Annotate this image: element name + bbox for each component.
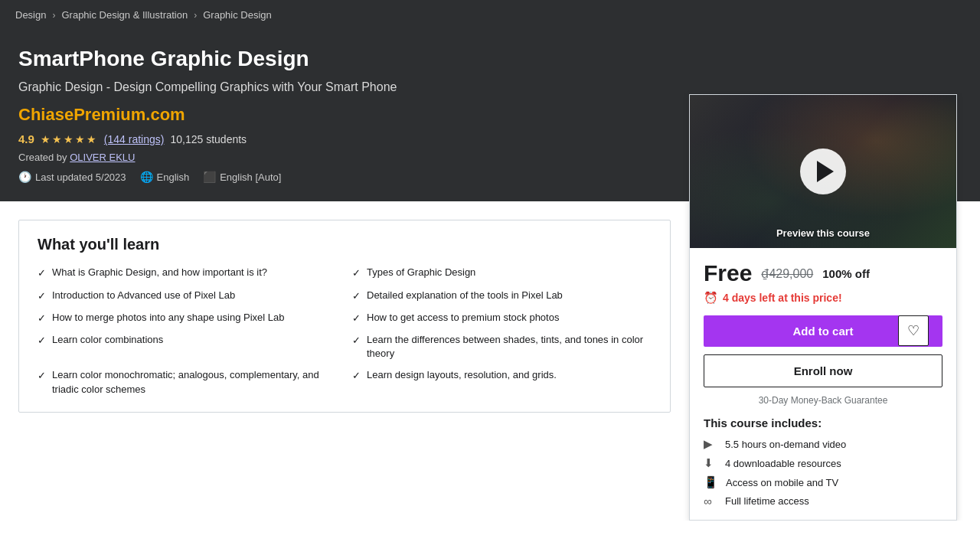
learn-item: ✓Learn color combinations xyxy=(38,333,337,361)
hero-left: SmartPhone Graphic Design Graphic Design… xyxy=(0,30,689,201)
includes-title: This course includes: xyxy=(704,416,942,429)
includes-item: ⬇4 downloadable resources xyxy=(704,456,942,470)
learn-item-text: What is Graphic Design, and how importan… xyxy=(52,266,267,279)
alarm-icon: ⏰ xyxy=(704,291,718,305)
includes-icon-3: ∞ xyxy=(704,495,717,508)
breadcrumb-illustration[interactable]: Graphic Design & Illustration xyxy=(61,9,188,21)
includes-item: ∞Full lifetime access xyxy=(704,495,942,508)
includes-item: 📱Access on mobile and TV xyxy=(704,475,942,489)
includes-icon-0: ▶ xyxy=(704,437,717,451)
check-icon: ✓ xyxy=(352,312,361,325)
includes-text-0: 5.5 hours on-demand video xyxy=(725,439,846,450)
rating-row: 4.9 ★★★★★ (144 ratings) 10,125 students xyxy=(18,132,671,145)
learn-item-text: Detailed explanation of the tools in Pix… xyxy=(367,289,563,302)
price-discount: 100% off xyxy=(822,267,870,280)
check-icon: ✓ xyxy=(352,369,361,383)
check-icon: ✓ xyxy=(38,289,46,303)
language-text: English xyxy=(157,171,190,183)
learn-item-text: How to get access to premium stock photo… xyxy=(367,311,559,325)
wishlist-button[interactable]: ♡ xyxy=(898,315,929,346)
preview-label: Preview this course xyxy=(776,227,870,239)
captions-item: ⬛ English [Auto] xyxy=(203,171,281,183)
learn-item: ✓What is Graphic Design, and how importa… xyxy=(38,266,337,280)
creator-label: Created by xyxy=(18,152,67,163)
includes-text-3: Full lifetime access xyxy=(725,495,809,507)
creator-row: Created by OLIVER EKLU xyxy=(18,152,671,163)
captions-icon: ⬛ xyxy=(203,171,216,183)
includes-icon-1: ⬇ xyxy=(704,456,717,470)
urgency-row: ⏰ 4 days left at this price! xyxy=(704,291,942,305)
learn-box: What you'll learn ✓What is Graphic Desig… xyxy=(18,220,671,412)
learn-item-text: Learn color combinations xyxy=(52,333,163,347)
course-subtitle: Graphic Design - Design Compelling Graph… xyxy=(18,80,671,94)
play-triangle-icon xyxy=(817,161,834,182)
learn-item-text: Learn color monochromatic; analogous, co… xyxy=(52,368,337,396)
price-row: Free ₫429,000 100% off xyxy=(704,260,942,286)
language-item: 🌐 English xyxy=(140,171,190,183)
learn-item: ✓Types of Graphic Design xyxy=(352,266,652,280)
play-button[interactable] xyxy=(800,149,846,194)
learn-item: ✓Learn design layouts, resolution, and g… xyxy=(352,368,652,396)
main-layout: What you'll learn ✓What is Graphic Desig… xyxy=(0,201,980,521)
watermark-text: ChiasePremium.com xyxy=(18,105,185,125)
clock-icon: 🕐 xyxy=(18,171,31,183)
includes-list: ▶5.5 hours on-demand video⬇4 downloadabl… xyxy=(704,437,942,508)
learn-item-text: Types of Graphic Design xyxy=(367,266,475,279)
check-icon: ✓ xyxy=(38,266,46,280)
globe-icon: 🌐 xyxy=(140,171,153,183)
breadcrumb: Design › Graphic Design & Illustration ›… xyxy=(0,0,980,30)
rating-count[interactable]: (144 ratings) xyxy=(104,133,165,145)
check-icon: ✓ xyxy=(352,289,361,303)
learn-item: ✓Introduction to Advanced use of Pixel L… xyxy=(38,289,337,303)
heart-icon: ♡ xyxy=(907,322,920,339)
learn-item: ✓Learn color monochromatic; analogous, c… xyxy=(38,368,337,396)
course-title: SmartPhone Graphic Design xyxy=(18,45,671,73)
content-area: What you'll learn ✓What is Graphic Desig… xyxy=(0,201,689,446)
student-count: 10,125 students xyxy=(170,133,247,145)
check-icon: ✓ xyxy=(352,334,361,348)
urgency-text: 4 days left at this price! xyxy=(723,292,842,304)
breadcrumb-sep-2: › xyxy=(194,10,197,21)
includes-text-2: Access on mobile and TV xyxy=(726,477,838,488)
breadcrumb-sep-1: › xyxy=(52,10,55,21)
cart-row: Add to cart ♡ xyxy=(704,315,942,354)
creator-link[interactable]: OLIVER EKLU xyxy=(70,152,135,163)
learn-grid: ✓What is Graphic Design, and how importa… xyxy=(38,266,652,396)
check-icon: ✓ xyxy=(38,312,46,325)
course-preview[interactable]: Preview this course xyxy=(690,95,956,248)
price-original: ₫429,000 xyxy=(761,266,813,281)
breadcrumb-graphic-design[interactable]: Graphic Design xyxy=(203,9,272,21)
check-icon: ✓ xyxy=(38,369,46,383)
learn-item-text: Learn design layouts, resolution, and gr… xyxy=(367,368,557,382)
learn-item-text: How to merge photos into any shape using… xyxy=(52,311,285,325)
rating-score: 4.9 xyxy=(18,132,34,145)
last-updated: 🕐 Last updated 5/2023 xyxy=(18,171,126,183)
rating-stars: ★★★★★ xyxy=(41,133,98,145)
captions-text: English [Auto] xyxy=(220,171,281,183)
learn-title: What you'll learn xyxy=(38,236,652,253)
learn-item: ✓Detailed explanation of the tools in Pi… xyxy=(352,289,652,303)
meta-row: 🕐 Last updated 5/2023 🌐 English ⬛ Englis… xyxy=(18,171,671,183)
learn-item: ✓How to get access to premium stock phot… xyxy=(352,311,652,325)
sidebar: Preview this course Free ₫429,000 100% o… xyxy=(689,94,957,521)
check-icon: ✓ xyxy=(352,266,361,280)
learn-item: ✓How to merge photos into any shape usin… xyxy=(38,311,337,325)
sidebar-body: Free ₫429,000 100% off ⏰ 4 days left at … xyxy=(690,248,956,520)
includes-text-1: 4 downloadable resources xyxy=(725,458,841,469)
learn-item-text: Introduction to Advanced use of Pixel La… xyxy=(52,289,235,302)
guarantee-text: 30-Day Money-Back Guarantee xyxy=(704,395,942,406)
includes-item: ▶5.5 hours on-demand video xyxy=(704,437,942,451)
learn-item-text: Learn the differences between shades, ti… xyxy=(367,333,652,361)
learn-item: ✓Learn the differences between shades, t… xyxy=(352,333,652,361)
breadcrumb-design[interactable]: Design xyxy=(15,9,46,21)
check-icon: ✓ xyxy=(38,334,46,348)
updated-text: Last updated 5/2023 xyxy=(35,171,126,183)
price-free: Free xyxy=(704,260,752,286)
enroll-button[interactable]: Enroll now xyxy=(704,354,942,387)
includes-icon-2: 📱 xyxy=(704,475,718,489)
